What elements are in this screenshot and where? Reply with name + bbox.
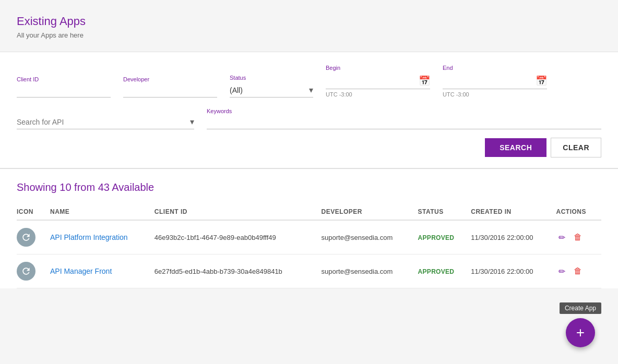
edit-button[interactable]: ✏ [556, 230, 567, 245]
end-calendar-icon[interactable]: 📅 [536, 75, 547, 87]
row-developer-cell: suporte@sensedia.com [322, 254, 418, 288]
row-client-id-cell: 46e93b2c-1bf1-4647-9e89-eab0b49fff49 [154, 220, 322, 254]
table-row: API Platform Integration 46e93b2c-1bf1-4… [17, 220, 601, 254]
filter-row-2: ▾ Keywords [17, 108, 601, 129]
page-subtitle: All your Apps are here [17, 31, 601, 39]
begin-date-input[interactable] [326, 77, 419, 85]
end-date-group: End 📅 UTC -3:00 [443, 65, 547, 98]
status-dropdown-arrow: ▾ [309, 85, 313, 95]
search-api-input[interactable] [17, 118, 188, 126]
table-header: ICON NAME CLIENT ID DEVELOPER STATUS CRE… [17, 204, 601, 220]
status-group: Status (All) APPROVED PENDING REJECTED ▾ [230, 75, 313, 98]
begin-utc-label: UTC -3:00 [326, 91, 430, 98]
begin-label: Begin [326, 65, 430, 71]
col-developer: DEVELOPER [322, 204, 418, 220]
search-button[interactable]: SEARCH [485, 138, 546, 157]
end-utc-label: UTC -3:00 [443, 91, 547, 98]
end-date-input-row: 📅 [443, 73, 547, 89]
filter-row-1: Client ID Developer Status (All) APPROVE… [17, 65, 601, 98]
status-badge: APPROVED [418, 268, 455, 275]
apps-table: ICON NAME CLIENT ID DEVELOPER STATUS CRE… [17, 204, 601, 288]
table-header-row: ICON NAME CLIENT ID DEVELOPER STATUS CRE… [17, 204, 601, 220]
search-api-wrap[interactable]: ▾ [17, 115, 194, 129]
showing-suffix: Available [110, 181, 154, 193]
action-row: SEARCH CLEAR [17, 138, 601, 157]
showing-mid: from [72, 181, 98, 193]
end-label: End [443, 65, 547, 71]
status-label: Status [230, 75, 313, 81]
showing-total: 43 [98, 181, 110, 193]
end-date-input[interactable] [443, 77, 536, 85]
keywords-label: Keywords [207, 108, 601, 114]
col-icon: ICON [17, 204, 50, 220]
developer-input[interactable] [123, 84, 217, 98]
begin-date-input-row: 📅 [326, 73, 430, 89]
client-id-label: Client ID [17, 76, 111, 82]
table-body: API Platform Integration 46e93b2c-1bf1-4… [17, 220, 601, 288]
status-select[interactable]: (All) APPROVED PENDING REJECTED [230, 86, 307, 94]
row-actions-cell: ✏ 🗑 [556, 220, 601, 254]
results-title: Showing 10 from 43 Available [17, 181, 601, 193]
filter-section: Client ID Developer Status (All) APPROVE… [0, 52, 618, 169]
client-id-group: Client ID [17, 76, 111, 98]
app-name-link[interactable]: API Manager Front [50, 267, 112, 275]
row-developer-cell: suporte@sensedia.com [322, 220, 418, 254]
col-status: STATUS [418, 204, 471, 220]
developer-group: Developer [123, 76, 217, 98]
showing-prefix: Showing [17, 181, 60, 193]
row-name-cell: API Manager Front [50, 254, 154, 288]
row-icon-cell [17, 254, 50, 288]
search-api-dropdown-arrow: ▾ [190, 117, 194, 127]
status-select-wrap[interactable]: (All) APPROVED PENDING REJECTED ▾ [230, 83, 313, 98]
keywords-input[interactable] [207, 116, 601, 129]
row-status-cell: APPROVED [418, 254, 471, 288]
client-id-input[interactable] [17, 84, 111, 98]
actions-cell: ✏ 🗑 [556, 264, 595, 278]
showing-count: 10 [60, 181, 71, 193]
developer-label: Developer [123, 76, 217, 82]
row-status-cell: APPROVED [418, 220, 471, 254]
status-badge: APPROVED [418, 234, 455, 241]
app-name-link[interactable]: API Platform Integration [50, 233, 128, 241]
app-icon [17, 262, 35, 281]
row-created-cell: 11/30/2016 22:00:00 [471, 254, 556, 288]
page-title: Existing Apps [17, 15, 601, 28]
col-client-id: CLIENT ID [154, 204, 322, 220]
app-icon [17, 228, 35, 247]
row-name-cell: API Platform Integration [50, 220, 154, 254]
row-actions-cell: ✏ 🗑 [556, 254, 601, 288]
row-icon-cell [17, 220, 50, 254]
clear-button[interactable]: CLEAR [551, 138, 601, 157]
row-created-cell: 11/30/2016 22:00:00 [471, 220, 556, 254]
table-row: API Manager Front 6e27fdd5-ed1b-4abb-b73… [17, 254, 601, 288]
col-actions: ACTIONS [556, 204, 601, 220]
page-header: Existing Apps All your Apps are here [0, 0, 618, 52]
begin-date-group: Begin 📅 UTC -3:00 [326, 65, 430, 98]
col-name: NAME [50, 204, 154, 220]
edit-button[interactable]: ✏ [556, 264, 567, 278]
col-created-in: CREATED IN [471, 204, 556, 220]
results-section: Showing 10 from 43 Available ICON NAME C… [0, 169, 618, 288]
begin-calendar-icon[interactable]: 📅 [419, 75, 430, 87]
delete-button[interactable]: 🗑 [572, 264, 584, 278]
row-client-id-cell: 6e27fdd5-ed1b-4abb-b739-30a4e849841b [154, 254, 322, 288]
delete-button[interactable]: 🗑 [572, 230, 584, 244]
actions-cell: ✏ 🗑 [556, 230, 595, 245]
keywords-group: Keywords [207, 108, 601, 129]
